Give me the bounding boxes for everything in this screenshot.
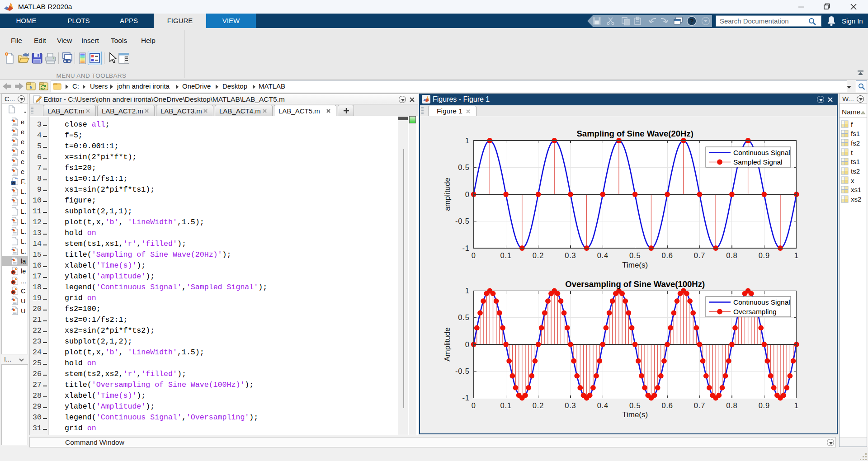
svg-text:1: 1 [465, 287, 470, 295]
svg-text:0.4: 0.4 [597, 251, 609, 259]
svg-text:0: 0 [465, 190, 470, 198]
svg-text:0: 0 [465, 340, 470, 348]
svg-text:0: 0 [472, 401, 476, 409]
svg-text:0.5: 0.5 [629, 251, 641, 259]
svg-text:1: 1 [794, 401, 799, 409]
svg-text:Time(s): Time(s) [622, 410, 648, 419]
svg-text:0.4: 0.4 [597, 401, 609, 409]
svg-text:0.7: 0.7 [694, 401, 705, 409]
svg-text:0.5: 0.5 [629, 401, 641, 409]
svg-text:0.2: 0.2 [533, 251, 544, 259]
svg-text:-1: -1 [462, 394, 469, 402]
svg-text:0.5: 0.5 [458, 163, 469, 171]
svg-text:Amplitude: Amplitude [443, 327, 452, 362]
svg-text:P: P [12, 290, 14, 295]
svg-text:Oversampling: Oversampling [733, 308, 777, 315]
svg-text:P: P [12, 280, 14, 285]
svg-text:1: 1 [465, 136, 470, 145]
svg-text:-0.5: -0.5 [455, 217, 470, 225]
svg-text:Continuous Signal: Continuous Signal [733, 298, 790, 306]
svg-text:0.8: 0.8 [726, 251, 737, 259]
svg-text:0.2: 0.2 [533, 401, 544, 409]
svg-text:0.1: 0.1 [500, 401, 511, 409]
svg-text:0.6: 0.6 [661, 251, 673, 259]
svg-text:W: W [11, 181, 15, 185]
svg-text:0.8: 0.8 [726, 401, 737, 409]
svg-text:P: P [12, 270, 14, 275]
svg-text:Time(s): Time(s) [622, 261, 648, 269]
svg-text:-0.5: -0.5 [455, 367, 470, 375]
svg-text:0.7: 0.7 [694, 251, 705, 259]
svg-text:0.9: 0.9 [759, 401, 770, 409]
svg-text:0.1: 0.1 [500, 251, 511, 259]
svg-text:amplitude: amplitude [443, 178, 452, 211]
svg-text:?: ? [689, 17, 693, 25]
svg-text:0.9: 0.9 [759, 251, 770, 259]
svg-text:0.3: 0.3 [565, 251, 576, 259]
svg-text:Continuous Signal: Continuous Signal [733, 149, 790, 156]
svg-text:Sampling of Sine Wave(20Hz): Sampling of Sine Wave(20Hz) [577, 129, 693, 138]
svg-text:0.3: 0.3 [565, 401, 576, 409]
svg-text:0.5: 0.5 [458, 313, 469, 321]
svg-text:0: 0 [472, 251, 476, 259]
svg-text:0.6: 0.6 [661, 401, 673, 409]
svg-text:1: 1 [794, 251, 799, 259]
svg-text:Oversampling of Sine Wave(100H: Oversampling of Sine Wave(100Hz) [565, 279, 705, 289]
svg-text:Sampled Signal: Sampled Signal [733, 158, 783, 166]
svg-text:-1: -1 [462, 244, 469, 252]
